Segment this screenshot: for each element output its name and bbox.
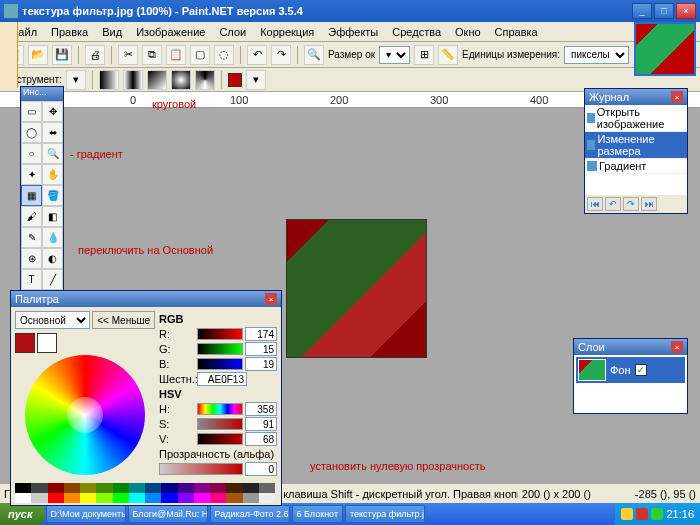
history-forward-icon[interactable]: ⏭ — [641, 197, 657, 211]
color-mode-select[interactable]: Основной — [15, 311, 90, 329]
color-wheel[interactable] — [25, 355, 145, 475]
deselect-icon[interactable]: ◌ — [214, 45, 234, 65]
tool-text[interactable]: T — [21, 269, 42, 290]
tool-bucket[interactable]: 🪣 — [42, 185, 63, 206]
s-slider[interactable] — [197, 418, 243, 430]
alpha-input[interactable] — [245, 462, 277, 476]
tool-recolor[interactable]: ◐ — [42, 248, 63, 269]
history-item[interactable]: Изменение размера — [585, 132, 687, 159]
taskbar-item[interactable]: 6 Блокнот — [292, 505, 344, 523]
secondary-swatch[interactable] — [37, 333, 57, 353]
close-button[interactable]: × — [676, 3, 696, 19]
tray-icon[interactable] — [621, 508, 633, 520]
r-slider[interactable] — [197, 328, 243, 340]
history-item[interactable]: Открыть изображение — [585, 105, 687, 132]
gradient-diamond-icon[interactable] — [147, 70, 167, 90]
menu-image[interactable]: Изображение — [130, 24, 211, 40]
tool-pan[interactable]: ✋ — [42, 164, 63, 185]
canvas-image[interactable] — [286, 219, 427, 358]
tool-dropdown[interactable]: ▾ — [66, 70, 86, 90]
tool-line[interactable]: ╱ — [42, 269, 63, 290]
tool-lasso[interactable]: ◯ — [21, 122, 42, 143]
copy-icon[interactable]: ⧉ — [142, 45, 162, 65]
b-slider[interactable] — [197, 358, 243, 370]
redo-icon[interactable]: ↷ — [271, 45, 291, 65]
tool-move[interactable]: ✥ — [42, 101, 63, 122]
gradient-radial-icon[interactable] — [171, 70, 191, 90]
tool-gradient[interactable]: ▦ — [21, 185, 42, 206]
primary-color-swatch[interactable] — [228, 73, 242, 87]
tool-rect-select[interactable]: ▭ — [21, 101, 42, 122]
menu-tools[interactable]: Средства — [386, 24, 447, 40]
history-undo-icon[interactable]: ↶ — [605, 197, 621, 211]
v-input[interactable] — [245, 432, 277, 446]
undo-icon[interactable]: ↶ — [247, 45, 267, 65]
paste-icon[interactable]: 📋 — [166, 45, 186, 65]
r-input[interactable] — [245, 327, 277, 341]
s-input[interactable] — [245, 417, 277, 431]
cut-icon[interactable]: ✂ — [118, 45, 138, 65]
grid-icon[interactable]: ⊞ — [414, 45, 434, 65]
tool-brush[interactable]: 🖌 — [21, 206, 42, 227]
h-slider[interactable] — [197, 403, 243, 415]
save-icon[interactable]: 💾 — [52, 45, 72, 65]
menu-effects[interactable]: Эффекты — [322, 24, 384, 40]
tool-move-sel[interactable]: ⬌ — [42, 122, 63, 143]
tool-wand[interactable]: ✦ — [21, 164, 42, 185]
menu-window[interactable]: Окно — [449, 24, 487, 40]
history-rewind-icon[interactable]: ⏮ — [587, 197, 603, 211]
document-thumbnail[interactable] — [634, 22, 696, 76]
layer-visible-checkbox[interactable]: ✓ — [635, 364, 647, 376]
alpha-slider[interactable] — [159, 463, 243, 475]
gradient-conical-icon[interactable] — [195, 70, 215, 90]
tray-icon[interactable] — [636, 508, 648, 520]
layer-item[interactable]: Фон ✓ — [576, 357, 685, 383]
menu-edit[interactable]: Правка — [45, 24, 94, 40]
g-input[interactable] — [245, 342, 277, 356]
system-tray[interactable]: 21:16 — [615, 503, 700, 525]
menu-help[interactable]: Справка — [489, 24, 544, 40]
tool-picker[interactable]: 💧 — [42, 227, 63, 248]
layers-title-bar[interactable]: Слои × — [574, 339, 687, 355]
primary-swatch[interactable] — [15, 333, 35, 353]
gradient-reflected-icon[interactable] — [123, 70, 143, 90]
print-icon[interactable]: 🖨 — [85, 45, 105, 65]
taskbar-item[interactable]: Радикал-Фото 2.6 ... — [210, 505, 290, 523]
open-icon[interactable]: 📂 — [28, 45, 48, 65]
menu-layers[interactable]: Слои — [213, 24, 252, 40]
zoom-icon[interactable]: 🔍 — [304, 45, 324, 65]
taskbar-item[interactable]: D:\Мои документы\... — [46, 505, 126, 523]
h-input[interactable] — [245, 402, 277, 416]
crop-icon[interactable]: ▢ — [190, 45, 210, 65]
taskbar-item[interactable]: Блоги@Mail.Ru: Но... — [128, 505, 208, 523]
color-mode-dropdown[interactable]: ▾ — [246, 70, 266, 90]
taskbar-item[interactable]: текстура фильтр.j... — [345, 505, 425, 523]
b-input[interactable] — [245, 357, 277, 371]
palette-title-bar[interactable]: Палитра × — [11, 291, 281, 307]
maximize-button[interactable]: □ — [654, 3, 674, 19]
tool-clone[interactable]: ⊛ — [21, 248, 42, 269]
minimize-button[interactable]: _ — [632, 3, 652, 19]
history-item[interactable]: Градиент — [585, 159, 687, 174]
hex-input[interactable] — [197, 372, 247, 386]
zoom-select[interactable]: ▾ — [379, 46, 410, 64]
less-button[interactable]: << Меньше — [92, 311, 155, 329]
menu-view[interactable]: Вид — [96, 24, 128, 40]
history-close-icon[interactable]: × — [671, 91, 683, 103]
menu-adjust[interactable]: Коррекция — [254, 24, 320, 40]
units-select[interactable]: пикселы — [564, 46, 629, 64]
tool-eraser[interactable]: ◧ — [42, 206, 63, 227]
ruler-icon[interactable]: 📏 — [438, 45, 458, 65]
swatch-strip[interactable] — [15, 483, 275, 503]
history-title-bar[interactable]: Журнал × — [585, 89, 687, 105]
history-redo-icon[interactable]: ↷ — [623, 197, 639, 211]
tool-ellipse-select[interactable]: ○ — [21, 143, 42, 164]
palette-close-icon[interactable]: × — [265, 293, 277, 305]
layers-close-icon[interactable]: × — [671, 341, 683, 353]
tool-pencil[interactable]: ✎ — [21, 227, 42, 248]
gradient-linear-icon[interactable] — [99, 70, 119, 90]
start-button[interactable]: пуск — [0, 503, 45, 525]
v-slider[interactable] — [197, 433, 243, 445]
g-slider[interactable] — [197, 343, 243, 355]
tray-icon[interactable] — [651, 508, 663, 520]
